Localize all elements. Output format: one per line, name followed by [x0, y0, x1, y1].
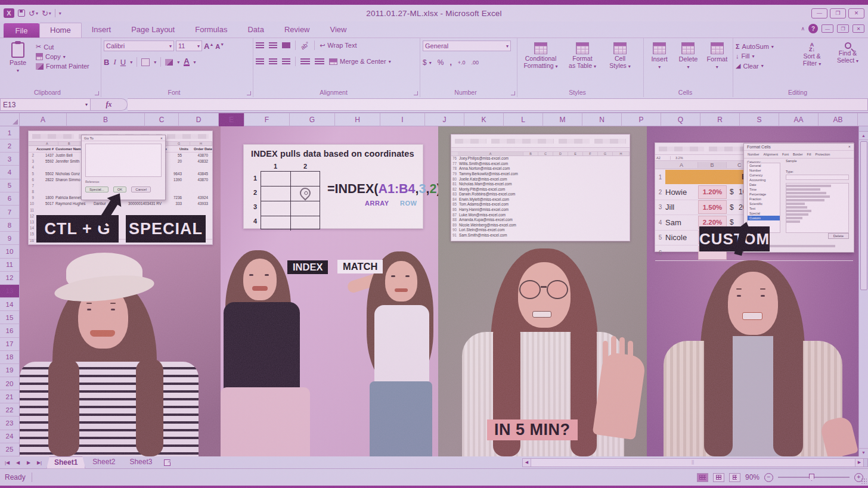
fill-button[interactable]: ↓Fill▾: [736, 52, 793, 60]
restore-button[interactable]: ❐: [830, 8, 846, 18]
category-item[interactable]: Fraction: [748, 197, 780, 201]
row-header[interactable]: 21: [0, 390, 19, 403]
row-header[interactable]: 6: [0, 192, 19, 206]
vertical-split-handle[interactable]: [859, 126, 868, 132]
zoom-out-icon[interactable]: −: [764, 473, 773, 482]
font-size-select[interactable]: 11▾: [176, 41, 202, 51]
goto-cancel-button[interactable]: Cancel: [131, 187, 151, 192]
row-header[interactable]: 15: [0, 311, 19, 324]
sheet-tab[interactable]: Sheet3: [122, 456, 159, 469]
insert-worksheet-tab[interactable]: [159, 459, 175, 466]
row-header[interactable]: 13: [0, 285, 19, 298]
column-header[interactable]: H: [335, 113, 380, 126]
zoom-level[interactable]: 90%: [745, 473, 760, 481]
category-item[interactable]: Percentage: [748, 192, 780, 197]
column-header[interactable]: K: [464, 113, 504, 126]
format-cells-close-icon[interactable]: ✕: [848, 145, 851, 149]
category-item[interactable]: Date: [748, 182, 780, 187]
cut-button[interactable]: ✂Cut: [36, 43, 89, 51]
row-header[interactable]: 14: [0, 298, 19, 311]
first-sheet-icon[interactable]: |◀: [2, 460, 12, 465]
row-header[interactable]: 16: [0, 324, 19, 337]
sheet-tab[interactable]: Sheet1: [46, 456, 85, 469]
sheet-tab[interactable]: Sheet2: [85, 456, 122, 469]
category-item[interactable]: Time: [748, 187, 780, 192]
column-header[interactable]: L: [504, 113, 543, 126]
format-cells-button[interactable]: Format▾: [704, 41, 730, 88]
row-header[interactable]: 18: [0, 351, 19, 364]
copy-button[interactable]: Copy▾: [36, 53, 89, 60]
vertical-scrollbar[interactable]: ▲ ▼: [858, 126, 868, 456]
row-header[interactable]: 22: [0, 403, 19, 416]
workbook-close-button[interactable]: ✕: [852, 24, 864, 33]
row-header[interactable]: 1: [0, 126, 19, 139]
category-item[interactable]: Text: [748, 206, 780, 211]
column-header[interactable]: AB: [819, 113, 858, 126]
underline-button[interactable]: U: [120, 58, 126, 67]
goto-list[interactable]: [85, 144, 162, 177]
sort-filter-button[interactable]: AZ↓ Sort &Filter ▾: [795, 41, 829, 88]
alignment-dialog-launcher-icon[interactable]: [414, 91, 418, 95]
horizontal-split-handle[interactable]: [863, 459, 867, 467]
align-bottom-icon[interactable]: [282, 42, 290, 48]
insert-cells-button[interactable]: Insert▾: [646, 41, 672, 88]
column-header[interactable]: R: [700, 113, 740, 126]
accounting-format-button[interactable]: $▾: [423, 58, 432, 67]
clipboard-dialog-launcher-icon[interactable]: [95, 91, 99, 95]
orientation-icon[interactable]: ab°: [299, 40, 311, 51]
formula-input[interactable]: [128, 98, 868, 111]
zoom-slider[interactable]: [778, 477, 850, 478]
normal-view-button[interactable]: [697, 473, 708, 482]
category-item[interactable]: Custom: [748, 216, 780, 220]
column-header[interactable]: Q: [661, 113, 700, 126]
column-header[interactable]: N: [582, 113, 622, 126]
column-header[interactable]: G: [290, 113, 335, 126]
minimize-button[interactable]: —: [811, 8, 827, 18]
select-all-corner[interactable]: [0, 113, 20, 126]
format-cells-tab[interactable]: Protection: [816, 153, 830, 156]
merge-center-button[interactable]: Merge & Center▾: [329, 58, 391, 65]
row-header[interactable]: 8: [0, 219, 19, 232]
row-header[interactable]: 24: [0, 430, 19, 443]
format-cells-tab[interactable]: Fill: [807, 153, 811, 156]
workbook-restore-button[interactable]: ❐: [837, 24, 849, 33]
row-header[interactable]: 10: [0, 245, 19, 258]
decrease-indent-icon[interactable]: [300, 58, 310, 64]
category-item[interactable]: Scientific: [748, 201, 780, 206]
horizontal-scroll-thumb[interactable]: ⣿: [531, 459, 855, 467]
close-button[interactable]: ✕: [848, 8, 864, 18]
name-box-dropdown-icon[interactable]: ▾: [85, 102, 88, 107]
column-header[interactable]: F: [244, 113, 290, 126]
paste-dropdown-icon[interactable]: ▾: [17, 67, 19, 74]
help-icon[interactable]: ?: [808, 24, 818, 33]
scroll-down-icon[interactable]: ▼: [859, 448, 868, 456]
format-painter-button[interactable]: Format Painter: [36, 63, 89, 70]
comma-style-button[interactable]: ,: [450, 58, 451, 67]
format-cells-tab[interactable]: Font: [782, 153, 789, 156]
zoom-slider-thumb[interactable]: [809, 474, 814, 481]
category-item[interactable]: Number: [748, 168, 780, 173]
prev-sheet-icon[interactable]: ◀: [13, 460, 23, 465]
row-header[interactable]: 9: [0, 232, 19, 245]
row-header[interactable]: 11: [0, 259, 19, 272]
clear-button[interactable]: ◢Clear▾: [736, 62, 793, 70]
vertical-scroll-thumb[interactable]: [860, 141, 867, 290]
ribbon-tab[interactable]: Review: [274, 23, 320, 38]
italic-button[interactable]: I: [113, 57, 116, 67]
column-header[interactable]: S: [740, 113, 779, 126]
category-item[interactable]: Special: [748, 211, 780, 216]
ribbon-tab[interactable]: Page Layout: [121, 23, 185, 38]
tab-file[interactable]: File: [4, 23, 39, 38]
align-middle-icon[interactable]: [269, 42, 277, 48]
column-header[interactable]: E: [219, 113, 244, 126]
next-sheet-icon[interactable]: ▶: [24, 460, 33, 465]
scroll-left-icon[interactable]: ◀: [523, 459, 531, 467]
row-header[interactable]: 19: [0, 364, 19, 377]
conditional-formatting-button[interactable]: ConditionalFormatting ▾: [520, 41, 562, 88]
name-box[interactable]: E13▾: [0, 98, 91, 111]
row-header[interactable]: 23: [0, 416, 19, 430]
goto-close-icon[interactable]: ✕: [160, 136, 163, 140]
row-header[interactable]: 20: [0, 377, 19, 390]
increase-indent-icon[interactable]: [315, 58, 324, 64]
ribbon-tab[interactable]: Data: [237, 23, 274, 38]
